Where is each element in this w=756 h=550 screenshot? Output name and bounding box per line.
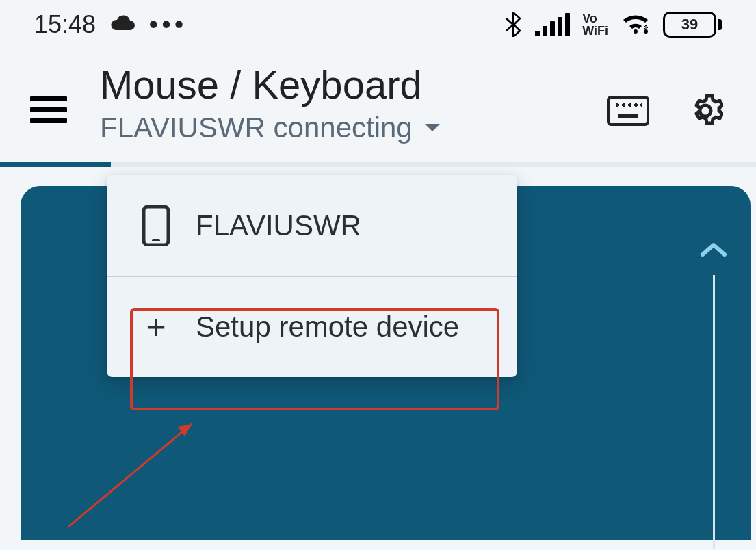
title-block: Mouse / Keyboard FLAVIUSWR connecting bbox=[100, 62, 607, 144]
more-dots-icon: ••• bbox=[149, 10, 187, 39]
battery-level: 39 bbox=[681, 16, 698, 34]
scroll-handle[interactable] bbox=[700, 241, 727, 549]
tab-indicator bbox=[0, 162, 756, 167]
vowifi-top: Vo bbox=[582, 12, 608, 25]
svg-point-0 bbox=[644, 29, 648, 34]
phone-icon bbox=[141, 205, 171, 246]
status-right: Vo WiFi 39 bbox=[504, 12, 722, 38]
menu-button[interactable] bbox=[30, 96, 67, 123]
keyboard-icon[interactable] bbox=[607, 96, 649, 126]
cellular-signal-icon bbox=[535, 13, 570, 36]
device-status-label: FLAVIUSWR connecting bbox=[100, 112, 413, 144]
bluetooth-icon bbox=[504, 12, 523, 37]
settings-icon[interactable] bbox=[688, 93, 723, 129]
svg-rect-1 bbox=[144, 207, 168, 245]
tab-indicator-active bbox=[0, 162, 111, 167]
page-title: Mouse / Keyboard bbox=[100, 62, 607, 107]
device-selector[interactable]: FLAVIUSWR connecting bbox=[100, 112, 607, 144]
app-header: Mouse / Keyboard FLAVIUSWR connecting bbox=[0, 49, 756, 162]
header-actions bbox=[607, 93, 723, 129]
status-bar: 15:48 ••• Vo WiFi 39 bbox=[0, 0, 756, 49]
caret-down-icon bbox=[423, 122, 441, 134]
dropdown-item-label: Setup remote device bbox=[196, 311, 459, 343]
dropdown-item-setup[interactable]: + Setup remote device bbox=[107, 277, 517, 377]
wifi-icon bbox=[621, 13, 651, 36]
dropdown-item-device[interactable]: FLAVIUSWR bbox=[107, 175, 517, 276]
vowifi-bottom: WiFi bbox=[582, 25, 608, 37]
vowifi-indicator: Vo WiFi bbox=[582, 12, 608, 37]
scroll-track bbox=[713, 275, 715, 549]
status-time: 15:48 bbox=[34, 10, 96, 39]
svg-rect-2 bbox=[152, 239, 160, 241]
cloud-icon bbox=[109, 15, 135, 34]
dropdown-item-label: FLAVIUSWR bbox=[196, 209, 361, 242]
battery-indicator: 39 bbox=[663, 12, 722, 38]
status-left: 15:48 ••• bbox=[34, 10, 187, 39]
plus-icon: + bbox=[141, 307, 171, 347]
device-dropdown: FLAVIUSWR + Setup remote device bbox=[107, 175, 517, 377]
chevron-up-icon bbox=[700, 241, 727, 259]
